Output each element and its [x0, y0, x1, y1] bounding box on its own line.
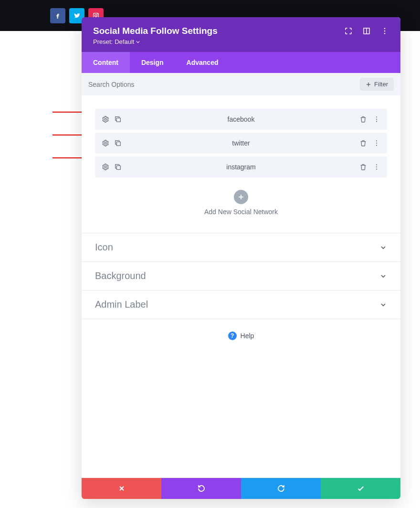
- search-input[interactable]: [88, 81, 355, 88]
- svg-point-18: [376, 143, 377, 144]
- facebook-icon[interactable]: [50, 8, 65, 23]
- tab-design[interactable]: Design: [130, 52, 175, 73]
- item-label: instagram: [95, 163, 387, 171]
- chevron-down-icon: [379, 272, 387, 280]
- chevron-down-icon: [379, 244, 387, 251]
- chevron-down-icon: [379, 301, 387, 309]
- cancel-button[interactable]: [82, 478, 161, 499]
- close-icon: [118, 485, 126, 492]
- redo-button[interactable]: [241, 478, 321, 499]
- more-icon[interactable]: [373, 139, 380, 147]
- caret-down-icon: [136, 40, 140, 44]
- svg-point-22: [376, 164, 377, 165]
- svg-point-7: [384, 33, 386, 34]
- item-row-instagram[interactable]: instagram: [95, 156, 387, 177]
- undo-icon: [197, 484, 206, 493]
- settings-modal: Social Media Follow Settings Preset: Def…: [82, 17, 400, 499]
- svg-rect-16: [116, 142, 120, 145]
- duplicate-icon[interactable]: [114, 163, 122, 171]
- undo-button[interactable]: [161, 478, 241, 499]
- tab-content[interactable]: Content: [82, 52, 130, 73]
- more-icon[interactable]: [373, 115, 380, 123]
- svg-point-17: [376, 140, 377, 141]
- modal-header: Social Media Follow Settings Preset: Def…: [82, 17, 400, 52]
- add-button[interactable]: [234, 190, 248, 204]
- modal-title: Social Media Follow Settings: [93, 26, 218, 36]
- gear-icon[interactable]: [102, 163, 109, 171]
- accordion-icon[interactable]: Icon: [82, 233, 400, 261]
- svg-point-12: [376, 116, 377, 117]
- add-label: Add New Social Network: [95, 208, 387, 216]
- accordion-background[interactable]: Background: [82, 261, 400, 290]
- svg-point-2: [97, 14, 98, 14]
- item-row-facebook[interactable]: facebook: [95, 109, 387, 130]
- svg-point-10: [105, 118, 106, 120]
- plus-icon: [366, 82, 371, 87]
- svg-point-14: [376, 121, 377, 122]
- tabs: Content Design Advanced: [82, 52, 400, 73]
- more-icon[interactable]: [373, 163, 380, 171]
- svg-point-23: [376, 166, 377, 167]
- duplicate-icon[interactable]: [114, 115, 122, 123]
- accordion-admin-label[interactable]: Admin Label: [82, 290, 400, 319]
- svg-rect-11: [116, 118, 120, 122]
- save-button[interactable]: [321, 478, 400, 499]
- svg-point-5: [384, 28, 386, 29]
- svg-point-24: [376, 169, 377, 170]
- modal-footer: [82, 478, 400, 499]
- trash-icon[interactable]: [359, 115, 367, 123]
- preset-selector[interactable]: Preset: Default: [93, 38, 218, 45]
- svg-point-13: [376, 119, 377, 120]
- svg-point-1: [95, 14, 97, 17]
- check-icon: [357, 484, 365, 493]
- items-list: facebook twitter: [82, 95, 400, 233]
- item-row-twitter[interactable]: twitter: [95, 133, 387, 154]
- filter-button[interactable]: Filter: [360, 78, 394, 91]
- more-icon[interactable]: [380, 27, 389, 35]
- svg-point-20: [105, 166, 106, 168]
- columns-icon[interactable]: [362, 27, 371, 35]
- svg-rect-21: [116, 166, 120, 169]
- svg-point-19: [376, 145, 377, 146]
- trash-icon[interactable]: [359, 163, 367, 171]
- item-label: twitter: [95, 139, 387, 147]
- gear-icon[interactable]: [102, 139, 109, 147]
- search-bar: Filter: [82, 73, 400, 95]
- svg-point-15: [105, 142, 106, 144]
- svg-point-6: [384, 31, 386, 32]
- gear-icon[interactable]: [102, 115, 109, 123]
- plus-icon: [238, 194, 244, 200]
- duplicate-icon[interactable]: [114, 139, 122, 147]
- help-icon: ?: [228, 332, 237, 340]
- item-label: facebook: [95, 115, 387, 123]
- trash-icon[interactable]: [359, 139, 367, 147]
- expand-icon[interactable]: [344, 27, 353, 35]
- redo-icon: [277, 484, 285, 493]
- tab-advanced[interactable]: Advanced: [175, 52, 230, 73]
- help-row[interactable]: ? Help: [82, 319, 400, 352]
